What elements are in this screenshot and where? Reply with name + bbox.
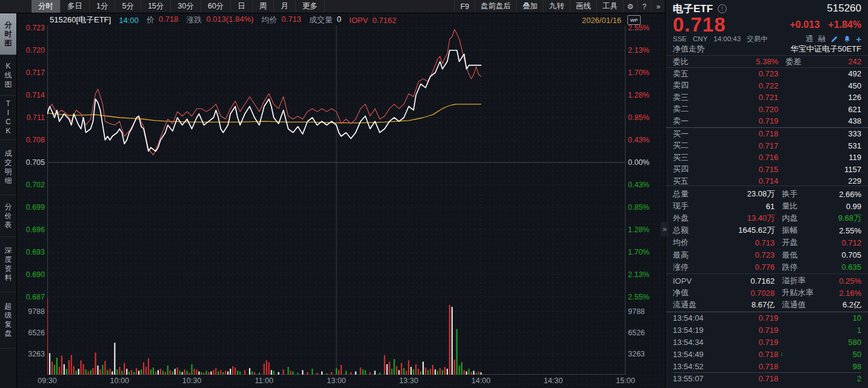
menu-F9[interactable]: F9 xyxy=(454,0,475,13)
intraday-chart[interactable] xyxy=(47,25,626,375)
sidebar-item-char: 表 xyxy=(5,221,12,230)
tab-30分[interactable]: 30分 xyxy=(171,0,201,13)
price-axis-label: 0.723 xyxy=(18,23,45,33)
percent-axis-label: 1.70% xyxy=(628,68,649,78)
sidebar-item-TICK[interactable]: TICK xyxy=(0,96,16,140)
tick-row[interactable]: 13:54:520.71898 xyxy=(673,360,861,373)
volume-bar xyxy=(95,352,96,375)
tab-周[interactable]: 周 xyxy=(253,0,275,13)
volume-bar xyxy=(271,370,272,375)
sidebar-item-char: 资 xyxy=(5,264,12,273)
menu-工具[interactable]: 工具 xyxy=(596,0,623,13)
exchange-label: SSE xyxy=(673,35,687,42)
ask-price: 0.721 xyxy=(707,93,778,102)
bid-price: 0.718 xyxy=(707,129,778,138)
bid-row[interactable]: 买一0.718333 xyxy=(673,128,861,140)
intraday-chart-region: 515260[电子ETF] 14:00 价0.718 涨跌0.013(1.84%… xyxy=(17,13,665,388)
volume-bar xyxy=(215,368,216,375)
tick-row[interactable]: 13:54:490.718↓50 xyxy=(673,348,861,360)
tick-time: 13:55:07 xyxy=(673,374,720,383)
currency-label: CNY xyxy=(693,35,707,42)
volume-bar xyxy=(442,370,443,375)
sidebar-item-分时图[interactable]: 分时图 xyxy=(0,13,16,55)
price-axis-label: 0.690 xyxy=(18,270,45,279)
volume-bar xyxy=(321,372,322,375)
ask-row[interactable]: 卖五0.723492 xyxy=(673,68,861,80)
tab-1分[interactable]: 1分 xyxy=(90,0,115,13)
bid-row[interactable]: 买二0.717531 xyxy=(673,140,861,152)
ask-row[interactable]: 卖三0.721126 xyxy=(673,92,861,104)
nav-trend-row[interactable]: 净值走势 华宝中证电子50ETF xyxy=(666,43,868,56)
tick-row[interactable]: 13:54:040.71910 xyxy=(673,312,861,324)
volume-bar xyxy=(389,362,390,375)
help-icon[interactable]: ? xyxy=(637,0,651,13)
stat-row: 涨停0.776跌停0.635 xyxy=(673,261,861,273)
panel-collapse-handle[interactable]: » xyxy=(661,222,669,236)
tab-多日[interactable]: 多日 xyxy=(61,0,90,13)
percent-axis-label: 0.43% xyxy=(628,180,649,190)
tab-分时[interactable]: 分时 xyxy=(32,0,61,13)
sidebar-item-char: T xyxy=(6,99,10,109)
tick-row[interactable]: 13:54:190.7191 xyxy=(673,324,861,336)
add-icon[interactable]: + xyxy=(856,34,861,44)
menu-九转[interactable]: 九转 xyxy=(543,0,570,13)
tab-5分[interactable]: 5分 xyxy=(115,0,141,13)
sidebar-item-char: C xyxy=(5,118,11,127)
sidebar-item-超级复盘[interactable]: 超级复盘 xyxy=(0,292,16,349)
ask-row[interactable]: 卖四0.722450 xyxy=(673,80,861,92)
percent-axis-label: 0.85% xyxy=(628,113,649,122)
volume-bar xyxy=(307,372,308,375)
ask-row[interactable]: 卖二0.720621 xyxy=(673,104,861,116)
alert-bell-icon[interactable] xyxy=(843,35,851,43)
view-sidebar: 分时图K线图TICK成交明细分价表深度资料超级复盘 xyxy=(0,13,17,388)
volume-bar xyxy=(360,367,361,375)
volume-bar xyxy=(398,370,399,375)
edit-icon[interactable] xyxy=(830,35,838,43)
price-change: +0.013 +1.84% xyxy=(790,19,861,30)
tab-15分[interactable]: 15分 xyxy=(141,0,171,13)
tick-quantity: 50 xyxy=(778,350,861,359)
menu-画线[interactable]: 画线 xyxy=(570,0,596,13)
menu-盘前盘后[interactable]: 盘前盘后 xyxy=(475,0,516,13)
volume-bar xyxy=(338,370,339,375)
menu-叠加[interactable]: 叠加 xyxy=(516,0,543,13)
stat-value: 0.723 xyxy=(707,250,775,259)
sidebar-item-深度资料[interactable]: 深度资料 xyxy=(0,237,16,292)
gear-icon[interactable]: ⚙ xyxy=(623,0,637,13)
tab-月[interactable]: 月 xyxy=(274,0,296,13)
volume-bar xyxy=(198,372,199,375)
ask-level-label: 卖一 xyxy=(673,116,707,127)
expand-icon[interactable]: » xyxy=(651,0,665,13)
ask-quantity: 492 xyxy=(778,69,861,78)
tick-row[interactable]: 13:55:070.7182 xyxy=(673,373,861,385)
volume-bar xyxy=(160,369,161,375)
tick-row[interactable]: 13:55:190.7185 xyxy=(673,385,861,388)
bid-row[interactable]: 买四0.7151157 xyxy=(673,164,861,176)
tab-更多[interactable]: 更多 xyxy=(296,0,325,13)
ask-row[interactable]: 卖一0.719438 xyxy=(673,115,861,127)
stat-value: 23.08万 xyxy=(707,189,775,199)
stat-row: 最高0.723最低0.705 xyxy=(673,249,861,261)
bid-levels: 买一0.718333买二0.717531买三0.716119买四0.715115… xyxy=(666,127,868,186)
volume-bar xyxy=(415,364,416,375)
sidebar-item-分价表[interactable]: 分价表 xyxy=(0,195,16,237)
tick-row[interactable]: 13:54:340.719580 xyxy=(673,336,861,349)
bid-row[interactable]: 买三0.716119 xyxy=(673,152,861,164)
tab-60分[interactable]: 60分 xyxy=(201,0,231,13)
percent-axis-label: 2.13% xyxy=(628,270,649,279)
sidebar-item-K线图[interactable]: K线图 xyxy=(0,55,16,96)
bid-row[interactable]: 买五0.714229 xyxy=(673,175,861,187)
ask-price: 0.723 xyxy=(707,69,778,78)
volume-bar xyxy=(222,372,224,375)
volume-bar xyxy=(254,372,255,375)
ask-price: 0.722 xyxy=(707,81,778,90)
volume-bar xyxy=(141,369,142,375)
tag-margin-tong: 通 xyxy=(806,34,813,44)
ask-quantity: 438 xyxy=(778,116,861,125)
volume-bar xyxy=(393,359,395,375)
info-icon[interactable]: ! xyxy=(718,4,727,13)
tab-日[interactable]: 日 xyxy=(231,0,253,13)
sidebar-item-char: K xyxy=(5,62,10,71)
volume-bar xyxy=(52,362,53,375)
sidebar-item-成交明细[interactable]: 成交明细 xyxy=(0,140,16,195)
